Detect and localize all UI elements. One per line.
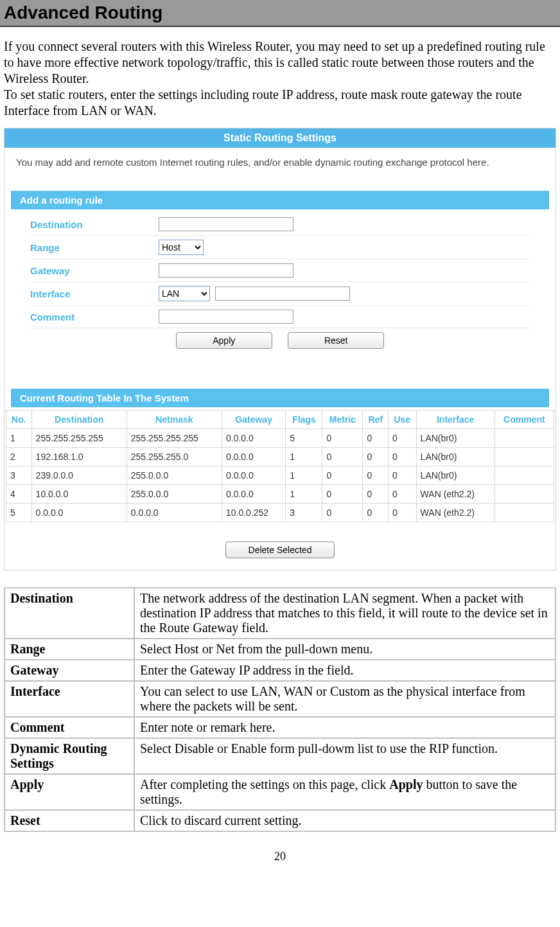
table-cell: 3 xyxy=(286,504,322,522)
section-add-rule: Add a routing rule xyxy=(11,191,549,209)
desc-value: You can select to use LAN, WAN or Custom… xyxy=(135,682,555,716)
desc-value: The network address of the destination L… xyxy=(135,588,555,638)
desc-row: ResetClick to discard current setting. xyxy=(5,811,555,831)
delete-selected-button[interactable]: Delete Selected xyxy=(225,542,335,558)
table-cell: 0.0.0.0 xyxy=(127,504,222,522)
table-cell: 0.0.0.0 xyxy=(31,504,127,522)
table-cell: 0 xyxy=(389,504,417,522)
desc-key: Gateway xyxy=(5,660,134,680)
table-cell: 1 xyxy=(286,485,322,504)
table-cell: 1 xyxy=(286,466,322,485)
table-cell: 0 xyxy=(322,485,363,504)
table-cell: 192.168.1.0 xyxy=(31,448,127,466)
table-cell: 4 xyxy=(6,485,32,504)
table-cell: 0 xyxy=(389,448,417,466)
desc-value: Select Disable or Enable form pull-dowm … xyxy=(135,739,555,773)
table-cell: 0.0.0.0 xyxy=(222,429,285,448)
col-ref: Ref xyxy=(363,411,389,429)
table-cell: 0 xyxy=(363,466,389,485)
desc-key: Apply xyxy=(5,775,134,809)
col-interface: Interface xyxy=(416,411,494,429)
desc-key: Dynamic Routing Settings xyxy=(5,739,134,773)
table-cell: LAN(br0) xyxy=(416,466,494,485)
desc-row: ApplyAfter completing the settings on th… xyxy=(5,775,555,809)
interface-select[interactable]: LAN xyxy=(159,286,210,301)
table-cell: 0.0.0.0 xyxy=(222,466,285,485)
table-cell: 1 xyxy=(286,448,322,466)
page-title: Advanced Routing xyxy=(0,0,560,27)
table-cell: 3 xyxy=(6,466,32,485)
table-row[interactable]: 2192.168.1.0255.255.255.00.0.0.01000LAN(… xyxy=(6,448,554,466)
table-cell: 239.0.0.0 xyxy=(31,466,127,485)
desc-row: CommentEnter note or remark here. xyxy=(5,718,555,737)
table-cell: 0 xyxy=(322,429,363,448)
apply-button[interactable]: Apply xyxy=(176,332,272,349)
table-cell xyxy=(494,448,554,466)
table-cell: 2 xyxy=(6,448,32,466)
reset-button[interactable]: Reset xyxy=(288,332,384,349)
screenshot-subtext: You may add and remote custom Internet r… xyxy=(4,148,556,173)
table-cell: 255.255.255.0 xyxy=(127,448,222,466)
table-cell: 0 xyxy=(363,504,389,522)
desc-value: Click to discard current setting. xyxy=(135,811,555,831)
desc-row: Dynamic Routing SettingsSelect Disable o… xyxy=(5,739,555,773)
desc-row: GatewayEnter the Gateway IP address in t… xyxy=(5,660,555,680)
description-table: DestinationThe network address of the de… xyxy=(4,587,556,832)
col-netmask: Netmask xyxy=(127,411,222,429)
desc-key: Interface xyxy=(5,682,134,716)
routing-table: No. Destination Netmask Gateway Flags Me… xyxy=(6,410,554,522)
table-row[interactable]: 1255.255.255.255255.255.255.2550.0.0.050… xyxy=(6,429,554,448)
col-gateway: Gateway xyxy=(222,411,285,429)
desc-value: Enter the Gateway IP address in the fiel… xyxy=(135,660,555,680)
table-cell: 0 xyxy=(322,466,363,485)
col-flags: Flags xyxy=(286,411,322,429)
table-cell: WAN (eth2.2) xyxy=(416,485,494,504)
gateway-label: Gateway xyxy=(30,265,159,276)
table-cell: 255.0.0.0 xyxy=(127,466,222,485)
comment-input[interactable] xyxy=(159,310,293,324)
table-cell xyxy=(494,466,554,485)
intro-para-2: To set static routers, enter the setting… xyxy=(4,87,522,118)
desc-value: After completing the settings on this pa… xyxy=(135,775,555,809)
table-cell: 0 xyxy=(389,466,417,485)
destination-label: Destination xyxy=(30,219,159,230)
table-cell: 10.0.0.252 xyxy=(222,504,285,522)
routing-table-header-row: No. Destination Netmask Gateway Flags Me… xyxy=(6,411,554,429)
table-row[interactable]: 3239.0.0.0255.0.0.00.0.0.01000LAN(br0) xyxy=(6,466,554,485)
table-cell: 0 xyxy=(363,448,389,466)
table-row[interactable]: 410.0.0.0255.0.0.00.0.0.01000WAN (eth2.2… xyxy=(6,485,554,504)
table-cell: 255.0.0.0 xyxy=(127,485,222,504)
table-row[interactable]: 50.0.0.00.0.0.010.0.0.2523000WAN (eth2.2… xyxy=(6,504,554,522)
comment-label: Comment xyxy=(30,312,159,322)
interface-label: Interface xyxy=(30,288,159,299)
range-label: Range xyxy=(30,242,159,253)
col-use: Use xyxy=(389,411,417,429)
desc-row: InterfaceYou can select to use LAN, WAN … xyxy=(5,682,555,716)
table-cell: 5 xyxy=(286,429,322,448)
destination-input[interactable] xyxy=(159,217,293,231)
table-cell: 10.0.0.0 xyxy=(31,485,127,504)
table-cell xyxy=(494,429,554,448)
interface-extra-input[interactable] xyxy=(215,287,350,301)
table-cell: LAN(br0) xyxy=(416,429,494,448)
table-cell: 0.0.0.0 xyxy=(222,448,285,466)
desc-key: Destination xyxy=(5,588,134,638)
table-cell: 255.255.255.255 xyxy=(31,429,127,448)
table-cell: 5 xyxy=(6,504,32,522)
range-select[interactable]: Host xyxy=(159,240,204,255)
table-cell: 0 xyxy=(322,504,363,522)
desc-value: Enter note or remark here. xyxy=(135,718,555,737)
table-cell: 1 xyxy=(6,429,32,448)
desc-key: Comment xyxy=(5,718,134,737)
table-cell: 255.255.255.255 xyxy=(127,429,222,448)
table-cell: 0 xyxy=(322,448,363,466)
table-cell: 0 xyxy=(389,429,417,448)
col-destination: Destination xyxy=(31,411,127,429)
table-cell: LAN(br0) xyxy=(416,448,494,466)
gateway-input[interactable] xyxy=(159,263,293,278)
router-screenshot: Static Routing Settings You may add and … xyxy=(4,128,556,570)
col-metric: Metric xyxy=(322,411,363,429)
desc-key: Reset xyxy=(5,811,134,831)
intro-para-1: If you connect several routers with this… xyxy=(4,39,545,85)
section-routing-table: Current Routing Table In The System xyxy=(11,389,549,407)
